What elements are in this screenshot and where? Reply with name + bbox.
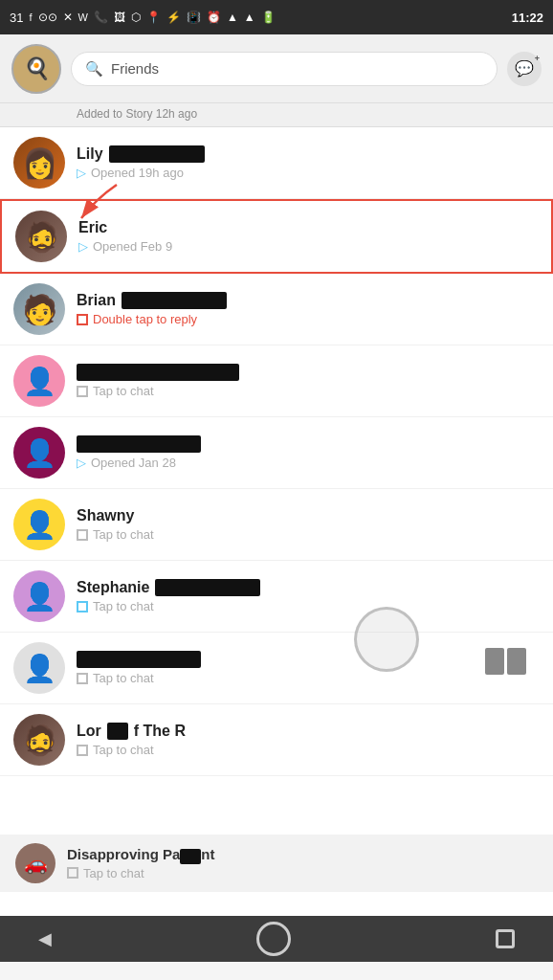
recents-button[interactable] (496, 929, 515, 948)
alarm-icon: ⏰ (207, 11, 221, 24)
book-icon-1 (485, 648, 504, 675)
item-content: Tap to chat (77, 364, 540, 398)
redacted-block (180, 849, 201, 864)
status-row: ▷ Opened 19h ago (77, 166, 540, 180)
item-content: Lily ▷ Opened 19h ago (77, 145, 540, 180)
list-item[interactable]: Lily ▷ Opened 19h ago (0, 127, 553, 199)
name-row: Stephanie (77, 579, 540, 596)
back-button[interactable]: ◀ (38, 928, 52, 949)
snap-box-icon (77, 386, 88, 397)
contact-name: Brian (77, 292, 116, 309)
status-text: Opened 19h ago (91, 166, 184, 180)
avatar (15, 211, 67, 262)
status-text: Opened Jan 28 (91, 456, 176, 470)
search-icon: 🔍 (85, 60, 103, 78)
redacted-block (155, 579, 260, 596)
contact-name-suffix: f The R (134, 723, 186, 740)
status-row: ▷ Opened Jan 28 (77, 456, 540, 470)
avatar (13, 714, 65, 766)
contact-name: Eric (78, 219, 107, 236)
list-item[interactable]: Brian Double tap to reply (0, 274, 553, 345)
overlay-status: Tap to chat (67, 866, 538, 880)
item-content: Lor f The R Tap to chat (77, 723, 540, 757)
status-row: Tap to chat (77, 599, 540, 613)
contact-name: Lor (77, 723, 101, 740)
bluetooth-icon: ⚡ (166, 11, 181, 24)
status-text: Tap to chat (93, 384, 154, 398)
name-row: Lily (77, 145, 540, 163)
status-row: Double tap to reply (77, 312, 540, 326)
w-icon: W (78, 11, 88, 23)
snap-arrow-icon: ▷ (78, 239, 88, 254)
status-text: Tap to chat (93, 671, 154, 685)
instagram-icon: ⬡ (131, 11, 141, 24)
avatar: 👤 (13, 570, 65, 622)
fb-icon: f (29, 11, 32, 23)
location-icon: 📍 (146, 11, 161, 24)
story-subtitle: Added to Story 12h ago (0, 103, 553, 127)
list-item[interactable]: 👤 Shawny Tap to chat (0, 489, 553, 561)
status-bar: 31 f ⊙⊙ ✕ W 📞 🖼 ⬡ 📍 ⚡ 📳 ⏰ ▲ ▲ 🔋 11:22 (0, 0, 553, 34)
header: 🍳 🔍 Friends 💬+ (0, 34, 553, 103)
list-item[interactable]: 👤 Stephanie Tap to chat (0, 561, 553, 633)
list-item[interactable]: 👤 Tap to chat (0, 633, 553, 704)
contact-name: Stephanie (77, 579, 149, 596)
status-text: Tap to chat (93, 599, 154, 613)
name-row: Lor f The R (77, 723, 540, 740)
status-row: Tap to chat (77, 384, 540, 398)
name-row (77, 651, 540, 668)
avatar: 👤 (13, 499, 65, 550)
overlay-status-text: Tap to chat (83, 866, 144, 880)
list-item[interactable]: Lor f The R Tap to chat (0, 704, 553, 776)
book-icon-2 (507, 648, 526, 675)
avatar: 👤 (13, 355, 65, 407)
overlay-text-area: Disapproving Pant Tap to chat (67, 846, 538, 880)
user-avatar[interactable]: 🍳 (11, 44, 61, 94)
avatar (13, 283, 65, 335)
avatar: 👤 (13, 427, 65, 479)
redacted-block (107, 723, 128, 740)
contact-name: Shawny (77, 507, 134, 524)
status-text: Tap to chat (93, 527, 154, 542)
avatar: 👤 (13, 642, 65, 694)
item-content: Tap to chat (77, 651, 540, 685)
search-bar[interactable]: 🔍 Friends (71, 52, 498, 86)
status-row: Tap to chat (77, 743, 540, 757)
redacted-block (122, 292, 227, 309)
new-chat-button[interactable]: 💬+ (507, 52, 542, 86)
status-bar-left: 31 f ⊙⊙ ✕ W 📞 🖼 ⬡ 📍 ⚡ 📳 ⏰ ▲ ▲ 🔋 (10, 11, 276, 25)
redacted-block (77, 364, 239, 381)
double-book-icon (485, 648, 526, 675)
overlay-contact-name: Disapproving Pant (67, 846, 538, 863)
name-row: Eric (78, 219, 538, 236)
status-bar-time: 11:22 (512, 11, 543, 25)
snap-box-icon (67, 867, 78, 879)
item-content: Shawny Tap to chat (77, 507, 540, 542)
name-row (77, 435, 540, 453)
snap-box-icon (77, 673, 88, 684)
circle-overlay (354, 607, 419, 672)
list-item[interactable]: 👤 Tap to chat (0, 345, 553, 417)
cross-icon: ✕ (63, 11, 73, 24)
bottom-overlay[interactable]: 🚗 Disapproving Pant Tap to chat (0, 835, 553, 892)
status-text: Double tap to reply (93, 312, 197, 326)
avatar (13, 137, 65, 189)
vibrate-icon: 📳 (187, 11, 201, 24)
home-button[interactable] (256, 922, 291, 956)
item-content: Brian Double tap to reply (77, 292, 540, 326)
redacted-block (77, 651, 201, 668)
battery-icon: 🔋 (261, 11, 276, 24)
plus-icon: + (535, 54, 540, 63)
status-text: Tap to chat (93, 743, 154, 757)
status-row: Tap to chat (77, 527, 540, 542)
bottom-navigation: ◀ (0, 916, 553, 962)
status-row: Tap to chat (77, 671, 540, 685)
list-item[interactable]: Eric ▷ Opened Feb 9 (0, 199, 553, 274)
list-item[interactable]: 👤 ▷ Opened Jan 28 (0, 417, 553, 489)
redacted-block (77, 435, 201, 453)
snap-box-icon (77, 745, 88, 756)
date-icon: 31 (10, 11, 23, 25)
name-row: Brian (77, 292, 540, 309)
snap-box-icon (77, 601, 88, 612)
item-content: Eric ▷ Opened Feb 9 (78, 219, 538, 254)
